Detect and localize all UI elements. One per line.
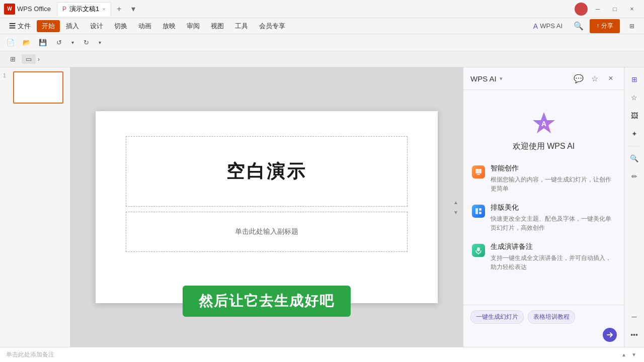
- slide-title-box[interactable]: 空白演示: [126, 136, 408, 207]
- new-btn[interactable]: 📄: [4, 36, 17, 49]
- open-btn[interactable]: 📂: [20, 36, 33, 49]
- rs-image-btn[interactable]: 🖼: [626, 108, 642, 124]
- ai-send-btn[interactable]: [603, 328, 617, 342]
- view-more-arrow[interactable]: ›: [38, 56, 40, 63]
- ai-input-field[interactable]: [470, 331, 600, 339]
- ai-close-btn[interactable]: ×: [605, 72, 617, 84]
- ai-panel-footer: 一键生成幻灯片 表格培训教程: [463, 305, 624, 347]
- ai-chip-0[interactable]: 一键生成幻灯片: [470, 310, 524, 324]
- redo-btn[interactable]: ↻: [79, 36, 93, 49]
- menu-transition[interactable]: 切换: [109, 20, 132, 32]
- wps-ai-icon: A: [533, 22, 538, 30]
- view-grid-btn[interactable]: ⊞: [6, 54, 20, 64]
- slide-subtitle-text: 单击此处输入副标题: [235, 227, 298, 236]
- slide-thumb-1[interactable]: 1: [3, 71, 67, 104]
- scroll-up-arrow[interactable]: ▲: [452, 198, 460, 206]
- menu-design[interactable]: 设计: [85, 20, 108, 32]
- view-normal-btn[interactable]: ▭: [22, 54, 36, 64]
- rs-collapse-btn[interactable]: ─: [626, 309, 642, 325]
- wps-ai-label: WPS AI: [540, 22, 562, 30]
- maximize-btn[interactable]: □: [607, 2, 623, 16]
- minimize-btn[interactable]: ─: [590, 2, 606, 16]
- rs-search-btn[interactable]: 🔍: [626, 150, 642, 166]
- title-bar: W WPS Office P 演示文稿1 × + ▾ ─ □ ×: [0, 0, 644, 18]
- main-area: 1 空白演示 单击此处输入副标题 ▲ ▼ 然后让它去生成好吧 WPS AI ▾ …: [0, 67, 644, 347]
- slide-subtitle-box[interactable]: 单击此处输入副标题: [126, 212, 408, 252]
- menu-bar: ☰ 文件 开始 插入 设计 切换 动画 放映 审阅 视图 工具 会员专享 A W…: [0, 18, 644, 34]
- slide-title-text: 空白演示: [226, 159, 307, 184]
- wps-logo-icon: W: [4, 4, 15, 15]
- svg-rect-5: [479, 212, 481, 214]
- note-down-arrow[interactable]: ▼: [630, 351, 638, 359]
- green-banner: 然后让它去生成好吧: [183, 286, 351, 317]
- ai-feature-speech-icon: [471, 243, 486, 257]
- ai-feature-create-icon: [471, 165, 486, 179]
- ai-panel-arrow[interactable]: ▾: [500, 75, 503, 82]
- menu-animation[interactable]: 动画: [133, 20, 156, 32]
- svg-rect-1: [475, 169, 481, 173]
- close-btn[interactable]: ×: [624, 2, 640, 16]
- ai-header-right: 💬 ☆ ×: [573, 72, 617, 84]
- rs-brush-btn[interactable]: ✏: [626, 168, 642, 185]
- menu-file[interactable]: ☰ 文件: [4, 20, 36, 32]
- tab-label: 演示文稿1: [69, 5, 99, 14]
- search-btn[interactable]: 🔍: [572, 19, 586, 33]
- svg-text:A: A: [541, 120, 546, 128]
- ai-feature-speech-desc: 支持一键生成全文演讲备注，并可自动插入，助力轻松表达: [491, 253, 616, 272]
- user-avatar[interactable]: [575, 3, 588, 16]
- menu-view[interactable]: 视图: [206, 20, 229, 32]
- save-btn[interactable]: 💾: [36, 36, 49, 49]
- menu-insert[interactable]: 插入: [61, 20, 84, 32]
- wps-ai-menu-btn[interactable]: A WPS AI: [528, 21, 568, 32]
- ai-chat-icon[interactable]: 💬: [573, 72, 585, 84]
- document-tab[interactable]: P 演示文稿1 ×: [57, 2, 111, 16]
- svg-rect-4: [479, 208, 481, 211]
- ai-logo-svg: A: [531, 110, 557, 136]
- menu-right-area: A WPS AI 🔍 ↑ 分享 ⊞: [528, 19, 640, 33]
- ai-chips-area: 一键生成幻灯片 表格培训教程: [470, 310, 617, 324]
- menu-home[interactable]: 开始: [37, 20, 60, 32]
- ai-feature-layout-desc: 快速更改全文主题、配色及字体，一键美化单页幻灯片，高效创作: [491, 214, 616, 232]
- ai-panel: WPS AI ▾ 💬 ☆ × A: [463, 67, 624, 347]
- sidebar-toggle-btn[interactable]: ⊞: [624, 19, 640, 33]
- ai-feature-speech: 生成演讲备注 支持一键生成全文演讲备注，并可自动插入，助力轻松表达: [471, 242, 616, 272]
- ai-input-row: [470, 328, 617, 342]
- tab-more-btn[interactable]: ▾: [127, 3, 139, 15]
- view-bar: ⊞ ▭ ›: [0, 51, 644, 67]
- menu-slideshow[interactable]: 放映: [157, 20, 181, 32]
- undo-more-btn[interactable]: ▾: [66, 36, 79, 49]
- tab-ppt-icon: P: [62, 6, 66, 13]
- slide-canvas[interactable]: 空白演示 单击此处输入副标题: [96, 111, 438, 303]
- ai-bookmark-icon[interactable]: ☆: [589, 72, 601, 84]
- rs-separator: [628, 146, 640, 146]
- menu-vip[interactable]: 会员专享: [254, 20, 290, 32]
- wps-logo[interactable]: W WPS Office: [4, 4, 51, 15]
- slide-preview[interactable]: [13, 71, 63, 104]
- note-placeholder-text[interactable]: 单击此处添加备注: [6, 350, 54, 359]
- scroll-down-arrow[interactable]: ▼: [452, 208, 460, 216]
- menu-review[interactable]: 审阅: [182, 20, 205, 32]
- redo-more-btn[interactable]: ▾: [93, 36, 106, 49]
- rs-more-btn[interactable]: •••: [626, 327, 642, 343]
- tab-add-btn[interactable]: +: [113, 3, 125, 15]
- ai-welcome-text: 欢迎使用 WPS AI: [513, 141, 575, 152]
- rs-paint-btn[interactable]: ✦: [626, 126, 642, 142]
- share-btn[interactable]: ↑ 分享: [590, 19, 620, 33]
- window-controls: ─ □ ×: [590, 2, 640, 16]
- canvas-scroll: ▲ ▼: [452, 198, 460, 216]
- tab-close-btn[interactable]: ×: [102, 6, 105, 12]
- ai-feature-speech-title: 生成演讲备注: [491, 242, 616, 251]
- ai-chip-1[interactable]: 表格培训教程: [528, 310, 575, 324]
- slide-num: 1: [3, 71, 10, 78]
- rs-star-btn[interactable]: ☆: [626, 89, 642, 106]
- ai-feature-layout-title: 排版美化: [491, 203, 616, 212]
- undo-btn[interactable]: ↺: [52, 36, 65, 49]
- ai-panel-body: A 欢迎使用 WPS AI 智能创作 根据您输入的内容，一键生成幻灯片，让创作更…: [463, 90, 624, 305]
- note-bar: 单击此处添加备注 ▲ ▼: [0, 347, 644, 362]
- ai-panel-header: WPS AI ▾ 💬 ☆ ×: [463, 67, 624, 90]
- rs-layout-btn[interactable]: ⊞: [626, 71, 642, 87]
- menu-tools[interactable]: 工具: [230, 20, 253, 32]
- slide-panel: 1: [0, 67, 70, 347]
- undo-group: ↺ ▾ ↻ ▾: [52, 36, 106, 49]
- note-up-arrow[interactable]: ▲: [620, 351, 628, 359]
